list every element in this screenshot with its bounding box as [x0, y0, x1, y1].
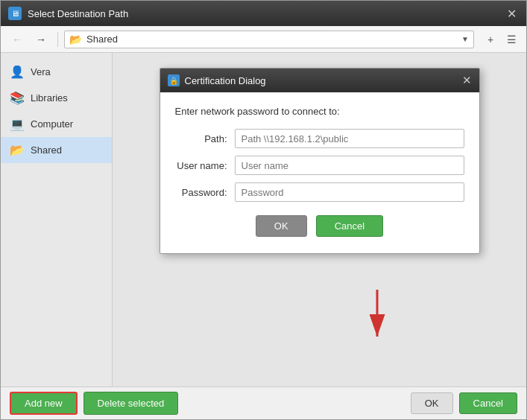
password-input[interactable]: [235, 182, 464, 202]
content-area: 👤 Vera 📚 Libraries 💻 Computer 📂 Shared: [1, 53, 526, 386]
bottom-left-buttons: Add new Delete selected: [10, 392, 178, 415]
bottom-right-buttons: OK Cancel: [411, 392, 517, 414]
sidebar-item-shared[interactable]: 📂 Shared: [1, 137, 112, 163]
toolbar: ← → 📂 Shared ▼ + ☰: [1, 26, 526, 53]
sidebar-item-computer[interactable]: 💻 Computer: [1, 111, 112, 137]
cert-ok-button[interactable]: OK: [256, 215, 307, 237]
sidebar-item-vera[interactable]: 👤 Vera: [1, 59, 112, 85]
sidebar-label-vera: Vera: [31, 66, 51, 77]
password-label: Password:: [175, 187, 235, 198]
libraries-icon: 📚: [10, 91, 25, 105]
username-row: User name:: [175, 156, 464, 175]
path-input[interactable]: [235, 129, 464, 148]
sidebar: 👤 Vera 📚 Libraries 💻 Computer 📂 Shared: [1, 53, 113, 386]
sidebar-label-libraries: Libraries: [31, 92, 68, 104]
bottom-bar: Add new Delete selected OK Cancel: [1, 386, 526, 419]
address-dropdown-icon[interactable]: ▼: [461, 35, 469, 43]
cert-dialog-body: Enter network password to connect to: Pa…: [160, 92, 479, 253]
address-icon: 📂: [69, 34, 82, 45]
cert-prompt-text: Enter network password to connect to:: [175, 106, 464, 117]
address-text: Shared: [86, 34, 461, 45]
path-label: Path:: [175, 133, 235, 144]
cert-dialog: 🔒 Certification Dialog ✕ Enter network p…: [160, 68, 480, 254]
main-dialog: 🖥 Select Destination Path ✕ ← → 📂 Shared…: [0, 0, 527, 420]
title-bar-icon: 🖥: [8, 7, 22, 20]
password-row: Password:: [175, 182, 464, 202]
title-bar: 🖥 Select Destination Path ✕: [1, 1, 526, 26]
main-content: 🔒 Certification Dialog ✕ Enter network p…: [113, 53, 526, 386]
cancel-button[interactable]: Cancel: [459, 392, 517, 414]
cert-dialog-buttons: OK Cancel: [175, 215, 464, 240]
new-folder-button[interactable]: +: [482, 31, 499, 48]
sidebar-label-computer: Computer: [31, 118, 73, 130]
cert-cancel-button[interactable]: Cancel: [316, 215, 383, 237]
toolbar-separator: [57, 32, 58, 47]
path-row: Path:: [175, 129, 464, 148]
cert-dialog-overlay: 🔒 Certification Dialog ✕ Enter network p…: [113, 53, 526, 386]
cert-dialog-title: Certification Dialog: [185, 75, 462, 86]
address-bar: 📂 Shared ▼: [64, 31, 474, 48]
shared-icon: 📂: [10, 143, 25, 157]
username-input[interactable]: [235, 156, 464, 175]
ok-button[interactable]: OK: [411, 392, 453, 414]
cert-dialog-close-button[interactable]: ✕: [462, 74, 472, 87]
forward-button[interactable]: →: [31, 31, 51, 48]
username-label: User name:: [175, 160, 235, 171]
main-dialog-title: Select Destination Path: [28, 8, 504, 19]
vera-icon: 👤: [10, 65, 25, 79]
cert-title-bar: 🔒 Certification Dialog ✕: [160, 69, 479, 92]
computer-icon: 💻: [10, 117, 25, 131]
delete-selected-button[interactable]: Delete selected: [83, 392, 179, 415]
view-button[interactable]: ☰: [502, 31, 520, 48]
add-new-button[interactable]: Add new: [10, 392, 78, 415]
toolbar-right-buttons: + ☰: [482, 31, 520, 48]
sidebar-label-shared: Shared: [31, 144, 62, 156]
main-dialog-close-button[interactable]: ✕: [504, 6, 519, 21]
sidebar-item-libraries[interactable]: 📚 Libraries: [1, 85, 112, 111]
cert-title-icon: 🔒: [168, 74, 180, 86]
back-button[interactable]: ←: [7, 31, 28, 48]
